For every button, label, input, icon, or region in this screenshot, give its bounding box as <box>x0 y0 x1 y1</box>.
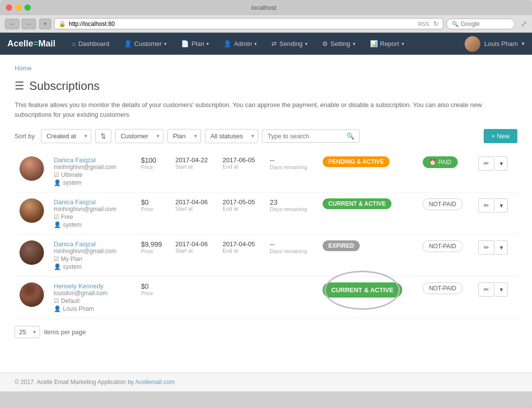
more-button[interactable]: ▾ <box>496 198 508 213</box>
nav-item-report[interactable]: 📊 Report ▾ <box>363 36 411 51</box>
start-date-value: 2017-04-06 <box>175 198 213 206</box>
row-name-cell: Hensely Kennedy louisitvn@gmail.com ☑ De… <box>49 277 136 319</box>
user-created-icon: 👤 <box>54 179 61 186</box>
user-chevron-icon: ▾ <box>522 41 525 47</box>
row-actions-cell: ✏ ▾ <box>473 277 517 319</box>
url-input[interactable] <box>69 21 413 27</box>
plan-name: Default <box>61 298 80 304</box>
nav-label-admin: Admin <box>234 40 252 47</box>
edit-button[interactable]: ✏ <box>478 282 494 297</box>
maximize-button[interactable] <box>24 4 31 11</box>
days-remaining-label: Days remaining <box>270 248 313 254</box>
per-page-select[interactable]: 25 50 100 <box>15 326 40 338</box>
row-avatar-cell <box>15 193 49 235</box>
sort-select[interactable]: Created at <box>41 129 91 143</box>
row-start-cell: 2017-04-06 Start at <box>170 193 218 235</box>
edit-button[interactable]: ✏ <box>478 156 494 171</box>
file-icon: 📄 <box>181 40 189 47</box>
subscriber-name-link[interactable]: Hensely Kennedy <box>54 282 131 290</box>
row-days-cell: -- Days remaining <box>265 235 318 277</box>
sort-select-wrapper: Created at ▾ <box>41 129 91 143</box>
row-days-cell: 23 Days remaining <box>265 193 318 235</box>
creator-name: system <box>63 263 82 270</box>
status-badge: CURRENT & ACTIVE <box>323 198 392 209</box>
more-button[interactable]: ▾ <box>496 282 508 297</box>
more-button[interactable]: ▾ <box>496 240 508 255</box>
subscriber-name-link[interactable]: Danica Faiqzal <box>54 156 131 164</box>
list-icon: ☰ <box>15 80 24 92</box>
customer-select[interactable]: Customer <box>115 129 164 143</box>
creator-name: system <box>63 179 82 186</box>
row-creator: 👤 system <box>54 263 131 270</box>
browser-title: localhost <box>35 4 493 11</box>
page-title: Subscriptions <box>29 79 100 93</box>
browser-search-input[interactable] <box>461 21 510 27</box>
per-page-wrapper: 25 50 100 ▾ <box>15 326 40 338</box>
logo-accent: = <box>33 39 39 48</box>
subscriber-name-link[interactable]: Danica Faiqzal <box>54 198 131 206</box>
nav-user[interactable]: Louis Pham ▾ <box>465 36 525 52</box>
sort-by-label: Sort by <box>15 132 35 140</box>
customer-select-wrapper: Customer ▾ <box>115 129 164 143</box>
nav-item-setting[interactable]: ⚙ Setting ▾ <box>315 36 362 51</box>
search-box: 🔍 <box>262 129 360 143</box>
sort-direction-button[interactable]: ⇅ <box>95 129 111 143</box>
status-select[interactable]: All statuses <box>205 129 258 143</box>
add-tab-button[interactable]: + <box>39 19 51 29</box>
status-badge-highlighted: CURRENT & ACTIVE <box>323 282 402 298</box>
avatar <box>20 156 44 181</box>
nav-item-dashboard[interactable]: ⌂ Dashboard <box>65 36 116 51</box>
table-row: Danica Faiqzal minhnghivn@gmail.com ☑ Fr… <box>15 193 517 235</box>
nav-username: Louis Pham <box>484 40 518 47</box>
user-created-icon: 👤 <box>54 263 61 270</box>
new-subscription-button[interactable]: + New <box>484 129 517 143</box>
close-button[interactable] <box>6 4 12 11</box>
plan-icon: ☑ <box>54 298 59 304</box>
price-label: Price <box>141 164 165 170</box>
row-meta: ☑ Default <box>54 298 131 304</box>
row-price-cell: $0 Price <box>136 193 170 235</box>
payment-label: PAID <box>438 159 451 166</box>
nav-item-admin[interactable]: 👤 Admin ▾ <box>217 36 264 51</box>
breadcrumb[interactable]: Home <box>15 64 517 72</box>
admin-icon: 👤 <box>224 40 231 47</box>
nav-item-plan[interactable]: 📄 Plan ▾ <box>174 36 216 51</box>
subscriber-name-link[interactable]: Danica Faiqzal <box>54 240 131 248</box>
search-input[interactable] <box>267 132 344 140</box>
payment-label: NOT-PAID <box>429 285 456 292</box>
nav-item-customer[interactable]: 👤 Customer ▾ <box>117 36 173 51</box>
payment-label: NOT-PAID <box>429 201 456 208</box>
end-date-value: 2017-06-05 <box>223 156 260 164</box>
minimize-button[interactable] <box>15 4 21 11</box>
row-actions-cell: ✏ ▾ <box>473 150 517 193</box>
sending-icon: ⇄ <box>271 40 277 47</box>
plan-name: Free <box>61 214 73 220</box>
row-meta: ☑ Free <box>54 214 131 220</box>
chevron-down-icon-4: ▾ <box>305 41 307 46</box>
price-label: Price <box>141 206 165 212</box>
toolbar: Sort by Created at ▾ ⇅ Customer ▾ Plan <box>15 129 517 143</box>
row-creator: 👤 system <box>54 179 131 186</box>
page-description: This feature allows you to monitor the d… <box>15 100 517 119</box>
edit-button[interactable]: ✏ <box>478 198 494 213</box>
more-button[interactable]: ▾ <box>496 156 508 171</box>
page-content: Home ☰ Subscriptions This feature allows… <box>0 55 532 372</box>
price-value: $9,999 <box>141 240 165 248</box>
row-end-cell: 2017-06-05 End at <box>218 150 265 193</box>
row-status-cell: CURRENT & ACTIVE <box>318 277 418 319</box>
resize-icon: ⤢ <box>521 19 527 28</box>
subscriber-email: louisitvn@gmail.com <box>54 290 131 297</box>
browser-toolbar: ← → + 🔒 RSS ↻ 🔍 ⤢ <box>0 15 532 33</box>
refresh-icon[interactable]: ↻ <box>433 20 439 27</box>
back-button[interactable]: ← <box>5 19 20 29</box>
plan-select[interactable]: Plan <box>167 129 201 143</box>
nav-item-sending[interactable]: ⇄ Sending ▾ <box>265 36 314 51</box>
app-nav: Acelle=Mail ⌂ Dashboard 👤 Customer ▾ 📄 P… <box>0 33 532 55</box>
start-date-value: 2017-04-06 <box>175 240 213 248</box>
footer-link[interactable]: Acellemail.com <box>135 379 175 386</box>
plan-icon: ☑ <box>54 214 59 220</box>
edit-button[interactable]: ✏ <box>478 240 494 255</box>
payment-badge: ⏰ PAID <box>423 156 458 168</box>
forward-button[interactable]: → <box>21 19 36 29</box>
payment-badge: NOT-PAID <box>423 198 463 210</box>
